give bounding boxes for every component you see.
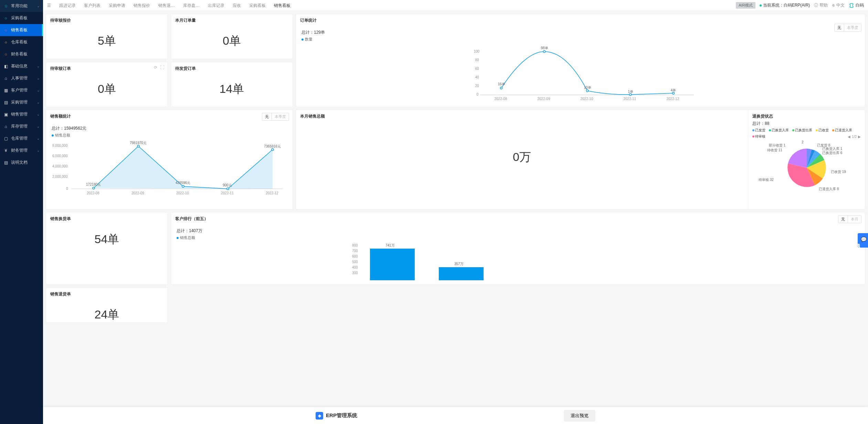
dot-icon: ○ (3, 40, 8, 45)
svg-text:4单: 4单 (671, 88, 676, 92)
chevron-down-icon: ⌄ (37, 64, 40, 68)
filter-none[interactable]: 无 (838, 216, 848, 223)
sidebar-label: 常用功能 (11, 3, 28, 9)
sidebar-item-hr[interactable]: ⌂ 人事管理 ⌄ (0, 72, 43, 84)
card-title: 退换货状态 (748, 110, 865, 121)
svg-rect-49 (370, 249, 415, 280)
svg-point-32 (272, 149, 274, 151)
contact-us-float[interactable]: 💬 联系我们 (858, 233, 868, 248)
sidebar-item-customer[interactable]: ▦ 客户管理 ⌄ (0, 84, 43, 96)
card-sales-amount: 销售额统计 无 本季度 总计：15949562元 销售总额 8,000,0006… (46, 110, 293, 209)
tab-sales-quote[interactable]: 销售报价 (129, 0, 154, 11)
footer-title: ◈ ERP管理系统 (316, 412, 357, 420)
chevron-down-icon: ⌄ (37, 112, 40, 116)
svg-text:2022-11: 2022-11 (221, 191, 234, 195)
sidebar-item-inventory[interactable]: ⌂ 库存管理 ⌄ (0, 120, 43, 132)
card-title: 销售退货单 (46, 288, 168, 301)
sidebar-label: 说明文档 (11, 160, 28, 165)
tab-sales-return[interactable]: 销售退… (154, 0, 179, 11)
filter-tabs: 无 本月 (838, 215, 861, 223)
sidebar-item-warehouse-board[interactable]: ○ 仓库看板 (0, 36, 43, 48)
chevron-down-icon: ⌄ (37, 100, 40, 104)
svg-text:2022-10: 2022-10 (581, 97, 593, 101)
sidebar-label: 库存管理 (11, 123, 28, 129)
legend-dot-icon (177, 237, 179, 239)
sidebar-item-sales[interactable]: ▣ 销售管理 ⌄ (0, 108, 43, 120)
filter-none[interactable]: 无 (262, 113, 272, 120)
card-exchange: 销售换货单 54单 (46, 212, 168, 285)
svg-text:16单: 16单 (498, 82, 505, 86)
doc-icon: ▤ (3, 160, 8, 165)
refresh-icon[interactable]: ⟳ (154, 65, 157, 70)
filter-month[interactable]: 本月 (848, 216, 861, 223)
card-title: 本月销售总额 (296, 110, 748, 123)
dot-icon: ○ (3, 28, 8, 33)
tab-purchase-req[interactable]: 采购申请 (105, 0, 129, 11)
air-mode-badge[interactable]: AIR模式 (736, 2, 755, 9)
system-indicator[interactable]: 当前系统：白码ERP(AIR) (760, 2, 810, 8)
kpi-value: 0单 (171, 27, 293, 58)
id-icon: ◧ (3, 64, 8, 69)
tag-icon: ▣ (3, 112, 8, 117)
chart-total: 总计：88 (748, 121, 865, 128)
dashboard-content: 待审核报价 5单 本月订单量 0单 订单统计 无 本季度 总计：129单 数量 (43, 11, 868, 407)
sidebar-label: 采购看板 (11, 15, 28, 21)
cart-icon: ▤ (3, 100, 8, 105)
chart-total: 总计：15949562元 (52, 126, 287, 131)
sidebar-item-finance[interactable]: ¥ 财务管理 ⌄ (0, 144, 43, 156)
filter-none[interactable]: 无 (835, 24, 844, 31)
card-title: 待发货订单 (171, 62, 293, 75)
svg-point-8 (543, 51, 546, 53)
tab-purchase-board[interactable]: 采购看板 (245, 0, 270, 11)
sidebar-label: 基础信息 (11, 63, 28, 69)
svg-text:2022-09: 2022-09 (538, 97, 550, 101)
collapse-icon[interactable]: ☰ (47, 3, 51, 8)
grid-icon: ▦ (3, 88, 8, 93)
sidebar-item-finance-board[interactable]: ○ 财务看板 (0, 48, 43, 60)
svg-text:10单: 10单 (584, 86, 591, 89)
dot-icon: ○ (3, 16, 8, 21)
tab-followup[interactable]: 跟进记录 (55, 0, 80, 11)
svg-text:100: 100 (474, 50, 480, 53)
sidebar-item-sales-board[interactable]: ○ 销售看板 (0, 24, 43, 36)
card-title: 销售换货单 (46, 213, 168, 225)
expand-icon[interactable]: ⛶ (160, 65, 164, 70)
sidebar-label: 仓库管理 (11, 135, 28, 141)
card-pending-order: 待审核订单 ⟳⛶ 0单 (46, 62, 168, 107)
svg-text:20: 20 (475, 84, 479, 88)
yen-icon: ¥ (3, 148, 8, 153)
sidebar-item-purchase-board[interactable]: ○ 采购看板 (0, 12, 43, 24)
return-status-pie: 部分收货 1 2 已发货 8 待收货 11 已换货入库 1 已换货出库 6 已收… (748, 140, 865, 209)
card-title: 待审核报价 (46, 14, 168, 27)
exit-preview-button[interactable]: 退出预览 (564, 410, 595, 422)
brand[interactable]: 白码 (849, 2, 864, 8)
sidebar-item-purchase[interactable]: ▤ 采购管理 ⌄ (0, 96, 43, 108)
pie-prev-icon[interactable]: ◀ (848, 135, 850, 139)
help-link[interactable]: ⓘ 帮助 (814, 2, 827, 8)
filter-quarter[interactable]: 本季度 (844, 24, 861, 31)
sidebar-label: 采购管理 (11, 99, 28, 105)
legend-dot-icon (832, 129, 834, 131)
svg-text:6,000,000: 6,000,000 (52, 154, 68, 158)
tab-inventory-check[interactable]: 库存盘… (179, 0, 204, 11)
svg-text:600: 600 (352, 254, 358, 258)
card-customer-rank: 客户排行（前五） 无 本月 总计：1407万 销售总额 800700600 50… (171, 212, 865, 285)
tab-customers[interactable]: 客户列表 (80, 0, 105, 11)
sidebar-label: 财务管理 (11, 148, 28, 153)
chart-legend: 销售总额 (177, 235, 859, 240)
filter-quarter[interactable]: 本季度 (272, 113, 289, 120)
tab-sales-board[interactable]: 销售看板 (270, 0, 295, 11)
sidebar-item-docs[interactable]: ▤ 说明文档 (0, 156, 43, 168)
card-title: 订单统计 (296, 14, 865, 27)
sidebar-item-basic[interactable]: ◧ 基础信息 ⌄ (0, 60, 43, 72)
tab-receivable[interactable]: 应收 (229, 0, 245, 11)
svg-text:2022-08: 2022-08 (87, 191, 99, 195)
pie-next-icon[interactable]: ▶ (858, 135, 861, 139)
sidebar-item-warehouse[interactable]: ▢ 仓库管理 ⌄ (0, 132, 43, 144)
tab-outbound[interactable]: 出库记录 (204, 0, 229, 11)
legend-dot-icon (792, 129, 794, 131)
lang-switch[interactable]: ⊕ 中文 (832, 2, 845, 8)
svg-text:2,000,000: 2,000,000 (52, 175, 68, 178)
svg-text:800: 800 (352, 243, 358, 247)
sidebar-item-common[interactable]: ☆ 常用功能 ⌄ (0, 0, 43, 12)
